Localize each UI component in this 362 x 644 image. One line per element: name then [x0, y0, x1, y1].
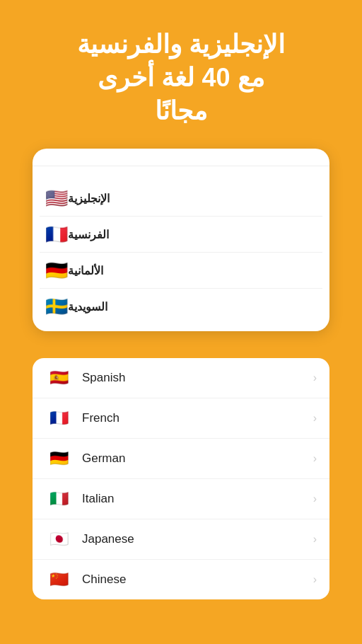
chevron-right-icon: ›	[313, 573, 317, 586]
flag-icon: 🇯🇵	[45, 529, 72, 549]
arabic-speakers-card: 🇺🇸 الإنجليزية 🇫🇷 الفرنسية 🇩🇪 الألمانية 🇸…	[33, 149, 329, 331]
flag-icon: 🇩🇪	[45, 261, 68, 280]
language-name: السويدية	[68, 300, 107, 314]
language-name: Italian	[82, 492, 313, 506]
list-item[interactable]: 🇩🇪 German ›	[33, 439, 329, 479]
english-speakers-card: 🇪🇸 Spanish › 🇫🇷 French › 🇩🇪 German › 🇮🇹 …	[33, 358, 329, 599]
chevron-right-icon: ›	[313, 412, 317, 425]
flag-icon: 🇫🇷	[45, 225, 68, 243]
flag-icon: 🇩🇪	[45, 449, 72, 468]
flag-icon: 🇫🇷	[45, 408, 72, 428]
card-header	[33, 149, 329, 166]
list-item[interactable]: 🇫🇷 French ›	[33, 398, 329, 439]
flag-icon: 🇨🇳	[45, 570, 72, 590]
english-section-label	[0, 345, 362, 358]
list-item[interactable]: 🇩🇪 الألمانية	[40, 253, 322, 289]
flag-icon: 🇺🇸	[45, 189, 68, 207]
language-name: Spanish	[82, 371, 313, 385]
list-item[interactable]: 🇮🇹 Italian ›	[33, 479, 329, 519]
chevron-right-icon: ›	[313, 533, 317, 546]
language-name: الإنجليزية	[68, 192, 110, 205]
list-item[interactable]: 🇫🇷 الفرنسية	[40, 217, 322, 253]
language-name: French	[82, 411, 313, 425]
app-background: الإنجليزية والفرنسيةمع 40 لغة أخرىمجانًا…	[0, 0, 362, 644]
flag-icon: 🇪🇸	[45, 368, 72, 388]
chevron-right-icon: ›	[313, 372, 317, 384]
list-item[interactable]: 🇯🇵 Japanese ›	[33, 519, 329, 560]
card-subtitle	[33, 166, 329, 180]
language-name: Japanese	[82, 532, 313, 546]
flag-icon: 🇮🇹	[45, 489, 72, 509]
language-name: Chinese	[82, 573, 313, 587]
language-name: الفرنسية	[68, 228, 109, 241]
list-item[interactable]: 🇸🇪 السويدية	[40, 289, 322, 324]
chevron-right-icon: ›	[313, 493, 317, 505]
flag-icon: 🇸🇪	[45, 297, 68, 316]
headline-text: الإنجليزية والفرنسيةمع 40 لغة أخرىمجانًا	[56, 0, 306, 149]
list-item[interactable]: 🇺🇸 الإنجليزية	[40, 180, 322, 217]
rtl-language-list: 🇺🇸 الإنجليزية 🇫🇷 الفرنسية 🇩🇪 الألمانية 🇸…	[33, 180, 329, 331]
language-name: الألمانية	[68, 264, 103, 277]
list-item[interactable]: 🇨🇳 Chinese ›	[33, 560, 329, 599]
chevron-right-icon: ›	[313, 452, 317, 465]
list-item[interactable]: 🇪🇸 Spanish ›	[33, 358, 329, 398]
language-name: German	[82, 452, 313, 466]
